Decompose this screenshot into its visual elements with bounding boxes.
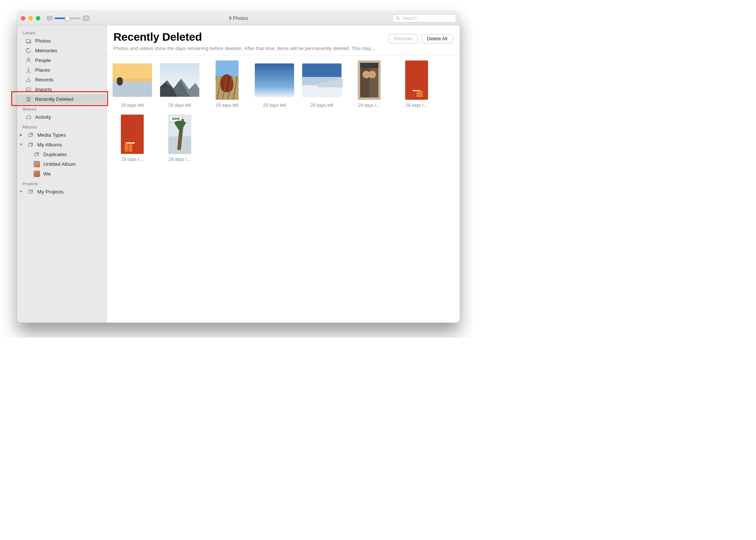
thumbnail-size-slider[interactable] [54, 18, 81, 19]
small-thumbnail-icon[interactable] [47, 16, 52, 20]
sidebar-item-media-types[interactable]: ▶Media Types [17, 130, 106, 140]
sidebar-item-label: My Projects [37, 189, 64, 195]
photo-thumbnail: HDR [168, 115, 191, 154]
photo-caption: 29 days l… [121, 157, 143, 162]
photo-cell[interactable]: 29 days l… [113, 115, 152, 162]
sidebar-item-activity[interactable]: Activity [17, 112, 106, 122]
sidebar-item-label: Photos [35, 38, 51, 44]
sidebar-item-memories[interactable]: Memories [17, 46, 106, 55]
photo-thumbnail [358, 60, 381, 100]
sidebar-item-label: Memories [35, 48, 57, 53]
disclosure-triangle-icon[interactable]: ▼ [19, 190, 23, 193]
window-toolbar: 9 Photos Search [17, 11, 460, 25]
minimize-window-button[interactable] [28, 16, 33, 21]
delete-all-button[interactable]: Delete All [421, 34, 453, 43]
sidebar-item-label: Recently Deleted [35, 96, 74, 102]
recover-button[interactable]: Recover [388, 34, 418, 43]
svg-point-0 [397, 17, 399, 19]
hdr-badge: HDR [170, 116, 182, 121]
svg-line-1 [399, 19, 400, 20]
page-subtext: Photos and videos show the days remainin… [107, 43, 460, 55]
sidebar-item-imports[interactable]: Imports [17, 84, 106, 94]
sidebar-item-duplicates[interactable]: Duplicates [17, 149, 106, 159]
memories-icon [25, 47, 32, 54]
content-area: Recently Deleted Recover Delete All Phot… [107, 25, 460, 323]
photo-cell[interactable]: HDR29 days l… [160, 115, 199, 162]
sidebar-item-we[interactable]: We [17, 169, 106, 179]
sidebar-section-shared: Shared [17, 104, 106, 112]
sidebar-item-label: My Albums [37, 142, 62, 148]
thumbnail-size-control [47, 16, 89, 21]
stack-icon [28, 132, 34, 138]
photo-cell[interactable]: 29 days l… [350, 60, 389, 108]
sidebar-item-photos[interactable]: Photos [17, 36, 106, 46]
sidebar-item-my-albums[interactable]: ▼My Albums [17, 140, 106, 149]
cloud-icon [25, 114, 32, 120]
photo-caption: 29 days left [263, 103, 286, 108]
recents-icon [25, 77, 32, 83]
photo-caption: 29 days left [168, 103, 191, 108]
photo-thumbnail [216, 60, 238, 100]
stack-icon [28, 142, 34, 148]
photo-thumbnail [121, 115, 144, 154]
photo-thumbnail [160, 63, 199, 97]
photo-caption: 29 days left [121, 103, 144, 108]
sidebar-item-recently-deleted[interactable]: Recently Deleted [17, 94, 106, 104]
sidebar-item-label: Duplicates [43, 152, 67, 157]
sidebar-item-label: Activity [35, 114, 51, 120]
sidebar-item-people[interactable]: People [17, 55, 106, 65]
photo-cell[interactable]: 29 days left [255, 60, 294, 108]
page-title: Recently Deleted [113, 31, 202, 43]
photo-cell[interactable]: 29 days l… [397, 60, 436, 108]
photo-grid: 29 days left29 days left29 days left29 d… [107, 55, 460, 167]
disclosure-triangle-icon[interactable]: ▶ [19, 133, 23, 137]
large-thumbnail-icon[interactable] [83, 16, 89, 21]
sidebar-section-library: Library [17, 28, 106, 36]
photo-cell[interactable]: 29 days left [302, 60, 341, 108]
close-window-button[interactable] [21, 16, 25, 21]
photo-cell[interactable]: 29 days left [113, 60, 152, 108]
photo-thumbnail [113, 63, 152, 97]
sidebar-item-recents[interactable]: Recents [17, 75, 106, 84]
photo-cell[interactable]: 29 days left [207, 60, 247, 108]
people-icon [25, 57, 32, 63]
sidebar-item-my-projects[interactable]: ▼My Projects [17, 187, 106, 196]
photo-thumbnail [302, 63, 341, 97]
photos-icon [25, 38, 32, 44]
sidebar-item-label: We [43, 171, 51, 177]
zoom-window-button[interactable] [36, 16, 40, 21]
imports-icon [25, 86, 32, 93]
sidebar-item-label: Media Types [37, 132, 66, 138]
sidebar-section-albums: Albums [17, 122, 106, 130]
trash-icon [25, 96, 32, 102]
stack-icon [34, 151, 40, 158]
search-icon [396, 16, 400, 21]
sidebar-item-label: People [35, 58, 51, 63]
album-thumbnail-icon [34, 171, 40, 177]
sidebar-item-places[interactable]: Places [17, 65, 106, 75]
sidebar-item-label: Recents [35, 77, 54, 83]
sidebar: LibraryPhotosMemoriesPeoplePlacesRecents… [17, 25, 107, 323]
album-thumbnail-icon [34, 161, 40, 167]
sidebar-item-untitled-album[interactable]: Untitled Album [17, 159, 106, 169]
places-icon [25, 67, 32, 73]
sidebar-item-label: Places [35, 67, 50, 73]
photo-caption: 29 days left [310, 103, 333, 108]
sidebar-item-label: Untitled Album [43, 161, 76, 167]
disclosure-triangle-icon[interactable]: ▼ [19, 143, 23, 146]
photo-caption: 29 days l… [168, 157, 191, 162]
traffic-lights [21, 16, 40, 21]
photo-caption: 29 days left [216, 103, 238, 108]
photo-cell[interactable]: 29 days left [160, 60, 199, 108]
sidebar-item-label: Imports [35, 87, 52, 92]
sidebar-section-projects: Projects [17, 179, 106, 187]
photo-thumbnail [405, 60, 428, 100]
search-placeholder: Search [403, 16, 417, 21]
photo-thumbnail [255, 63, 294, 97]
stack-icon [28, 189, 34, 195]
photo-caption: 29 days l… [358, 103, 380, 108]
search-input[interactable]: Search [393, 14, 456, 22]
photo-caption: 29 days l… [405, 103, 428, 108]
